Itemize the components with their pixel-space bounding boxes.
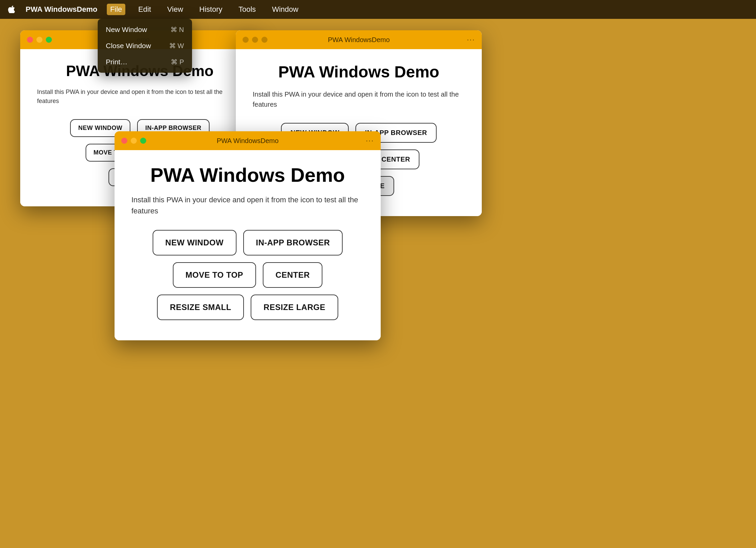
btn-center-3[interactable]: CENTER: [263, 262, 323, 288]
btn-row-3b: MOVE TO TOP CENTER: [131, 262, 364, 288]
apple-menu-icon[interactable]: [7, 5, 16, 14]
window-dots-3: [121, 138, 146, 144]
menu-edit[interactable]: Edit: [135, 4, 154, 15]
window-title-3: PWA WindowsDemo: [217, 137, 279, 145]
btn-new-window-3[interactable]: NEW WINDOW: [153, 230, 237, 255]
window-content-3: PWA Windows Demo Install this PWA in you…: [115, 150, 381, 340]
window-dots-1: [27, 37, 52, 43]
dot-yellow-3[interactable]: [131, 138, 137, 144]
menu-bar: PWA WindowsDemo File Edit View History T…: [0, 0, 756, 19]
titlebar-2: PWA WindowsDemo ···: [236, 30, 482, 49]
pwa-desc-3: Install this PWA in your device and open…: [131, 194, 364, 216]
pwa-heading-2: PWA Windows Demo: [253, 63, 465, 81]
print-label: Print…: [106, 58, 127, 66]
menu-window[interactable]: Window: [269, 4, 302, 15]
window-more-2[interactable]: ···: [467, 35, 475, 44]
window-dots-2: [243, 37, 267, 43]
dot-2-2: [252, 37, 258, 43]
dot-3-2: [261, 37, 267, 43]
menu-print[interactable]: Print… ⌘ P: [98, 54, 192, 70]
btn-resize-small-3[interactable]: RESIZE SMALL: [157, 295, 244, 320]
pwa-desc-2: Install this PWA in your device and open…: [253, 89, 465, 109]
print-shortcut: ⌘ P: [171, 58, 184, 66]
window-title-2: PWA WindowsDemo: [328, 36, 390, 44]
btn-row-3a: NEW WINDOW IN-APP BROWSER: [131, 230, 364, 255]
file-dropdown-menu: New Window ⌘ N Close Window ⌘ W Print… ⌘…: [98, 19, 192, 73]
pwa-desc-1: Install this PWA in your device and open…: [37, 88, 243, 106]
btn-inapp-browser-3[interactable]: IN-APP BROWSER: [243, 230, 343, 255]
window-more-3[interactable]: ···: [366, 136, 374, 145]
dot-yellow-1[interactable]: [36, 37, 42, 43]
btn-row-3c: RESIZE SMALL RESIZE LARGE: [131, 295, 364, 320]
dot-1-2: [243, 37, 249, 43]
new-window-label: New Window: [106, 26, 147, 34]
btn-resize-large-3[interactable]: RESIZE LARGE: [251, 295, 338, 320]
app-name-label: PWA WindowsDemo: [26, 5, 97, 14]
close-window-shortcut: ⌘ W: [169, 42, 184, 50]
dot-green-3[interactable]: [140, 138, 146, 144]
dot-green-1[interactable]: [46, 37, 52, 43]
titlebar-3: PWA WindowsDemo ···: [115, 131, 381, 150]
menu-file[interactable]: File: [107, 4, 125, 15]
dot-red-1[interactable]: [27, 37, 33, 43]
btn-move-top-3[interactable]: MOVE TO TOP: [173, 262, 256, 288]
dot-red-3[interactable]: [121, 138, 127, 144]
pwa-heading-3: PWA Windows Demo: [131, 164, 364, 186]
new-window-shortcut: ⌘ N: [170, 26, 184, 34]
menu-tools[interactable]: Tools: [235, 4, 259, 15]
menu-history[interactable]: History: [196, 4, 226, 15]
pwa-window-3: PWA WindowsDemo ··· PWA Windows Demo Ins…: [115, 131, 381, 340]
menu-new-window[interactable]: New Window ⌘ N: [98, 22, 192, 38]
menu-close-window[interactable]: Close Window ⌘ W: [98, 38, 192, 54]
menu-view[interactable]: View: [164, 4, 186, 15]
close-window-label: Close Window: [106, 42, 151, 50]
